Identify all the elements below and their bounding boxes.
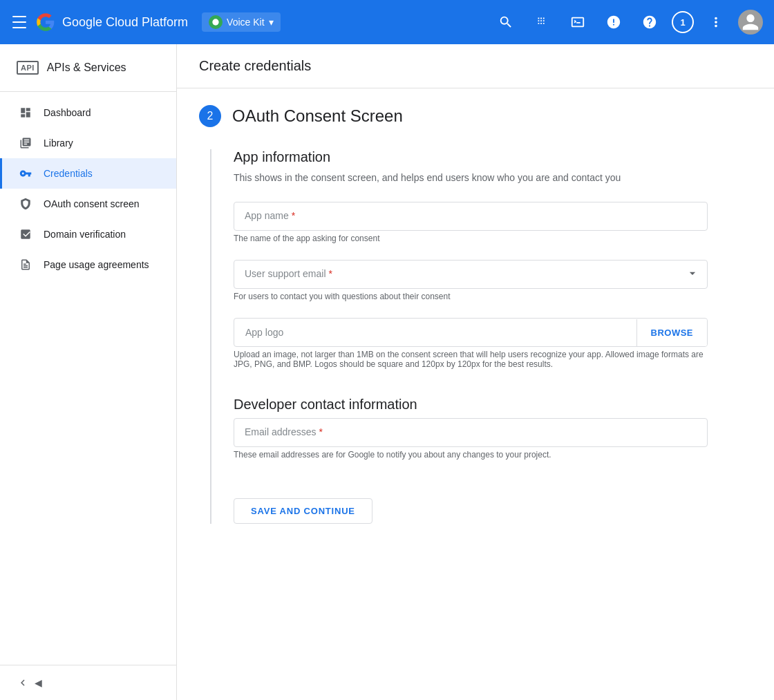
app-name-field: App name * xyxy=(234,202,708,231)
brand-name: Google Cloud Platform xyxy=(62,15,188,30)
help-button[interactable] xyxy=(636,8,663,36)
user-support-email-group: User support email * For users to contac… xyxy=(234,260,708,301)
dashboard-icon xyxy=(19,106,32,120)
browse-button[interactable]: BROWSE xyxy=(636,319,708,346)
save-continue-button[interactable]: SAVE AND CONTINUE xyxy=(234,498,372,524)
more-vert-button[interactable] xyxy=(702,8,730,36)
sidebar-item-credentials[interactable]: Credentials xyxy=(0,158,176,189)
sidebar-label-library: Library xyxy=(44,138,73,149)
notification-badge[interactable]: 1 xyxy=(672,11,694,33)
main-content: Create credentials 2 OAuth Consent Scree… xyxy=(177,44,774,700)
project-selector[interactable]: Voice Kit ▾ xyxy=(202,12,280,32)
topnav: Google Cloud Platform Voice Kit ▾ 1 xyxy=(0,0,774,44)
search-button[interactable] xyxy=(492,8,520,36)
google-logo-icon xyxy=(36,12,55,32)
sidebar-header: API APIs & Services xyxy=(0,50,176,92)
email-addresses-hint: These email addresses are for Google to … xyxy=(234,450,708,460)
app-logo-hint: Upload an image, not larger than 1MB on … xyxy=(234,350,708,369)
collapse-label: ◀ xyxy=(35,677,42,688)
content-area: 2 OAuth Consent Screen App information T… xyxy=(177,88,730,557)
project-icon xyxy=(209,15,223,29)
sidebar-collapse[interactable]: ◀ xyxy=(0,665,176,700)
app-name-group: App name * The name of the app asking fo… xyxy=(234,202,708,243)
apps-button[interactable] xyxy=(528,8,556,36)
developer-contact-heading: Developer contact information xyxy=(234,397,708,413)
user-support-email-select[interactable] xyxy=(234,260,708,289)
page-title: Create credentials xyxy=(177,44,774,88)
email-addresses-field: Email addresses * xyxy=(234,418,708,447)
sidebar-label-credentials: Credentials xyxy=(44,168,93,179)
page-usage-icon xyxy=(19,258,32,272)
sidebar-label-oauth: OAuth consent screen xyxy=(44,198,140,209)
hamburger-menu[interactable] xyxy=(11,14,28,30)
developer-contact-section: Developer contact information Email addr… xyxy=(234,397,708,460)
sidebar-item-page-usage[interactable]: Page usage agreements xyxy=(0,249,176,280)
sidebar: API APIs & Services Dashboard Library Cr… xyxy=(0,44,177,700)
step-number: 2 xyxy=(199,105,221,127)
user-support-email-field: User support email * xyxy=(234,260,708,289)
sidebar-label-page-usage: Page usage agreements xyxy=(44,259,149,270)
app-info-section: App information This shows in the consen… xyxy=(234,149,708,369)
svg-point-0 xyxy=(212,19,218,25)
step-title: OAuth Consent Screen xyxy=(232,106,403,126)
sidebar-label-dashboard: Dashboard xyxy=(44,107,91,118)
project-name: Voice Kit xyxy=(227,17,264,28)
sidebar-title: APIs & Services xyxy=(47,62,126,74)
app-logo-upload-field: App logo BROWSE xyxy=(234,318,708,347)
collapse-icon xyxy=(17,677,29,689)
sidebar-item-domain[interactable]: Domain verification xyxy=(0,219,176,249)
user-support-hint: For users to contact you with questions … xyxy=(234,292,708,301)
app-logo-placeholder: App logo xyxy=(234,319,636,346)
app-name-input[interactable] xyxy=(234,202,708,231)
brand-logo-area: Google Cloud Platform xyxy=(36,12,188,32)
project-dropdown-icon: ▾ xyxy=(269,17,274,28)
key-icon xyxy=(19,167,32,180)
app-info-description: This shows in the consent screen, and he… xyxy=(234,171,708,185)
user-avatar[interactable] xyxy=(738,10,763,35)
library-icon xyxy=(19,136,32,150)
app-logo-group: App logo BROWSE Upload an image, not lar… xyxy=(234,318,708,369)
email-addresses-input[interactable] xyxy=(234,418,708,447)
notification-count: 1 xyxy=(680,17,685,28)
sidebar-item-library[interactable]: Library xyxy=(0,128,176,158)
sidebar-label-domain: Domain verification xyxy=(44,229,126,240)
app-name-hint: The name of the app asking for consent xyxy=(234,234,708,243)
sidebar-item-oauth[interactable]: OAuth consent screen xyxy=(0,189,176,219)
form-section: App information This shows in the consen… xyxy=(210,149,708,524)
email-addresses-group: Email addresses * These email addresses … xyxy=(234,418,708,460)
alert-button[interactable] xyxy=(600,8,627,36)
sidebar-item-dashboard[interactable]: Dashboard xyxy=(0,97,176,128)
app-info-heading: App information xyxy=(234,149,708,165)
main-layout: API APIs & Services Dashboard Library Cr… xyxy=(0,44,774,700)
terminal-button[interactable] xyxy=(564,8,592,36)
api-badge: API xyxy=(17,61,39,75)
step-header: 2 OAuth Consent Screen xyxy=(199,105,708,127)
oauth-icon xyxy=(19,197,32,211)
domain-icon xyxy=(19,227,32,241)
